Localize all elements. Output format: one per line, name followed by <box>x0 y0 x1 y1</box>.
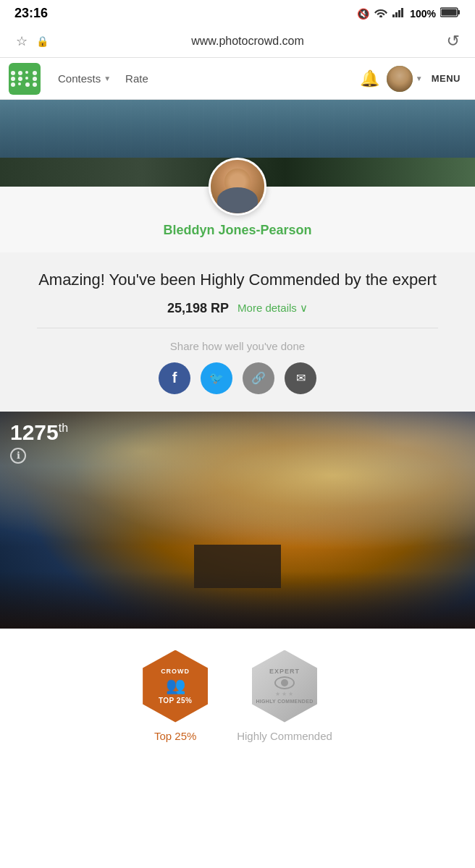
crowd-badge-item: CROWD 👥 TOP 25% Top 25% <box>143 650 208 742</box>
share-text: Share how well you've done <box>14 340 461 352</box>
signal-icon <box>392 7 405 20</box>
battery-text: 100% <box>410 8 436 20</box>
rate-label: Rate <box>125 72 148 85</box>
svg-rect-5 <box>458 10 460 14</box>
logo-dot <box>25 77 28 80</box>
logo-dot <box>18 82 21 85</box>
svg-rect-0 <box>392 14 395 17</box>
logo-dot <box>18 71 22 75</box>
status-bar: 23:16 🔇 100% <box>0 0 475 25</box>
rank-suffix: th <box>59 422 68 434</box>
status-time: 23:16 <box>14 6 48 21</box>
expert-eye-icon <box>274 676 295 689</box>
logo-dot <box>33 71 37 75</box>
logo-dot <box>11 82 15 87</box>
site-logo[interactable] <box>9 63 41 95</box>
profile-name[interactable]: Bleddyn Jones-Pearson <box>163 223 311 238</box>
browser-url[interactable]: www.photocrowd.com <box>52 35 443 48</box>
status-icons: 🔇 100% <box>357 7 461 20</box>
star-icon[interactable]: ☆ <box>12 31 32 51</box>
share-link-button[interactable]: 🔗 <box>243 362 274 394</box>
share-buttons: f 🐦 🔗 ✉ <box>14 362 461 394</box>
logo-dot <box>18 77 22 81</box>
contests-label: Contests <box>58 72 101 85</box>
nav-rate[interactable]: Rate <box>119 68 154 89</box>
logo-dot <box>11 71 15 75</box>
nav-contests[interactable]: Contests ▼ <box>52 68 117 89</box>
info-icon[interactable]: ℹ <box>10 448 26 464</box>
achievement-rp-row: 25,198 RP More details ∨ <box>14 301 461 316</box>
expert-pupil <box>281 679 288 686</box>
logo-dot <box>33 82 37 87</box>
photo-background <box>0 412 475 658</box>
email-icon: ✉ <box>296 371 306 385</box>
rank-value: 1275 <box>10 420 59 444</box>
mute-icon: 🔇 <box>357 8 369 20</box>
avatar-image <box>387 66 413 92</box>
achievement-section: Amazing! You've been Highly Commended by… <box>0 252 475 412</box>
battery-icon <box>440 7 461 20</box>
svg-rect-1 <box>395 12 398 17</box>
menu-button[interactable]: MENU <box>426 73 466 84</box>
share-email-button[interactable]: ✉ <box>285 362 316 394</box>
contests-arrow: ▼ <box>104 75 111 82</box>
share-twitter-button[interactable]: 🐦 <box>201 362 232 394</box>
profile-section: Bleddyn Jones-Pearson <box>0 187 475 252</box>
logo-dot <box>25 82 30 87</box>
notification-bell[interactable]: 🔔 <box>353 69 387 88</box>
wifi-icon <box>374 7 388 20</box>
crowd-badge-label: CROWD <box>161 668 190 675</box>
facebook-icon: f <box>172 370 177 386</box>
expert-badge-item: EXPERT ★ ★ ★ HIGHLY COMMENDED Highly Com… <box>237 650 332 742</box>
user-avatar[interactable] <box>387 66 413 92</box>
badges-section: CROWD 👥 TOP 25% Top 25% EXPERT ★ ★ ★ HIG… <box>0 629 475 764</box>
photo-section: 1275th ℹ <box>0 412 475 658</box>
svg-rect-2 <box>398 10 400 17</box>
share-facebook-button[interactable]: f <box>159 362 190 394</box>
photo-building <box>194 545 281 588</box>
logo-dot <box>11 77 15 81</box>
achievement-rp: 25,198 RP <box>167 301 229 316</box>
expert-badge-bottom-label: HIGHLY COMMENDED <box>256 699 313 705</box>
svg-rect-6 <box>442 9 457 16</box>
refresh-icon[interactable]: ↻ <box>443 31 463 51</box>
expert-badge: EXPERT ★ ★ ★ HIGHLY COMMENDED <box>252 650 317 723</box>
crowd-badge: CROWD 👥 TOP 25% <box>143 650 208 723</box>
nav-bar: Contests ▼ Rate 🔔 ▼ MENU <box>0 58 475 100</box>
expert-badge-caption: Highly Commended <box>237 730 332 742</box>
more-details-link[interactable]: More details ∨ <box>238 302 308 315</box>
avatar-dropdown-arrow[interactable]: ▼ <box>416 75 423 82</box>
expert-badge-top-label: EXPERT <box>269 668 300 675</box>
logo-dot <box>25 71 28 74</box>
twitter-icon: 🐦 <box>209 371 224 385</box>
svg-rect-3 <box>401 8 403 17</box>
star-2: ★ <box>282 691 287 697</box>
expert-badge-inner: EXPERT ★ ★ ★ HIGHLY COMMENDED <box>256 668 313 705</box>
link-icon: 🔗 <box>251 371 266 385</box>
star-1: ★ <box>275 691 280 697</box>
profile-avatar[interactable] <box>209 158 266 216</box>
avatar-body <box>217 187 258 213</box>
lock-icon: 🔒 <box>32 31 52 51</box>
profile-avatar-image <box>211 160 264 213</box>
crowd-badge-percentage: TOP 25% <box>159 697 193 705</box>
crowd-badge-caption: Top 25% <box>154 730 196 742</box>
star-3: ★ <box>288 691 293 697</box>
logo-dots <box>11 71 38 87</box>
expert-stars: ★ ★ ★ <box>275 691 293 697</box>
achievement-title: Amazing! You've been Highly Commended by… <box>14 270 461 291</box>
achievement-divider <box>37 328 438 328</box>
nav-items: Contests ▼ Rate <box>41 68 353 89</box>
photo-rank: 1275th ℹ <box>10 422 68 464</box>
browser-bar: ☆ 🔒 www.photocrowd.com ↻ <box>0 25 475 58</box>
rank-number: 1275th <box>10 422 68 443</box>
logo-dot <box>33 77 37 81</box>
crowd-badge-icon: 👥 <box>166 676 185 695</box>
